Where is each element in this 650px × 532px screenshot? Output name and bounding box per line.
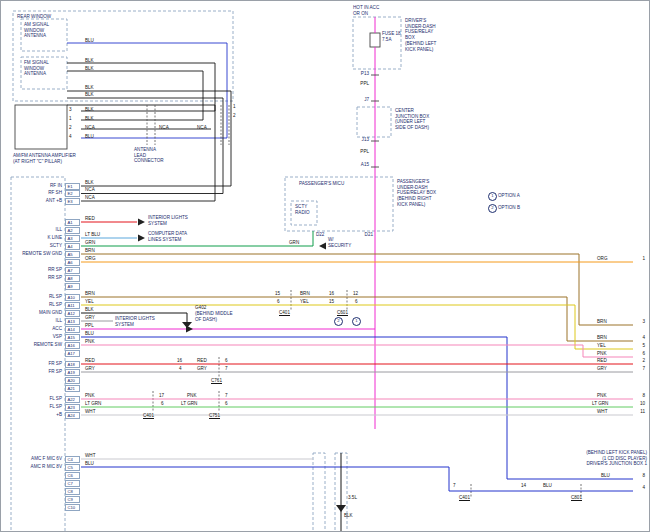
wiring-diagram: REAR WINDOW AM SIGNAL WINDOW ANTENNA FM … — [0, 0, 650, 532]
pin-a15-label: A15 — [353, 162, 369, 168]
conn-pin-number: 14 — [521, 483, 526, 489]
driver-junction-note: (BEHIND LEFT KICK PANEL) (1 CD DISC PLAY… — [517, 450, 647, 467]
pin-a19: A19 — [65, 369, 80, 376]
option-b-mark: 2 — [334, 317, 343, 326]
wire-color-label: BLU — [85, 331, 94, 337]
signal-acc: ACC — [1, 326, 62, 332]
conn-pin-number: 6 — [161, 401, 164, 407]
terminal-number: 8 — [631, 393, 645, 399]
wire-color-label: NCA — [85, 187, 95, 193]
option-b-label: OPTION B — [498, 205, 520, 211]
pin-a24: A24 — [65, 412, 80, 419]
wire-color-label: LT GRN — [592, 401, 608, 407]
interior-lights-system-label: INTERIOR LIGHTS SYSTEM — [115, 316, 155, 327]
pin-a16: A16 — [65, 342, 80, 349]
wire-color-label: YEL — [85, 299, 94, 305]
connector-c751-label: C751 — [209, 413, 220, 419]
wire-color-label: ORG — [85, 256, 95, 262]
signal-ant-b: ANT +B — [1, 198, 62, 204]
wire-color-label: BLU — [85, 38, 94, 44]
wire-color-label: PNK — [597, 393, 606, 399]
connector-c401-label: C401 — [143, 413, 154, 419]
pin-a11: A11 — [65, 302, 80, 309]
conn-pin-number: 7 — [225, 393, 228, 399]
terminal-number: 6 — [631, 351, 645, 357]
pin-a23: A23 — [65, 404, 80, 411]
w-security-label: W/ SECURITY — [328, 237, 351, 248]
fuse-label: FUSE 18 7.5A — [382, 31, 401, 42]
terminal-number: 1 — [631, 256, 645, 262]
signal-rr-sp: RR SP — [1, 275, 62, 281]
signal-fr-sp: FR SP — [1, 361, 62, 367]
wire-color-label: BRN — [597, 335, 607, 341]
wire-color-label: BLK — [85, 116, 94, 122]
wire-color-label: LT GRN — [181, 401, 197, 407]
wire-color-label: BRN — [597, 319, 607, 325]
pin-c10: C10 — [65, 504, 80, 511]
passenger-fusebox-label: PASSENGER'S UNDER-DASH FUSE/RELAY BOX (B… — [397, 179, 436, 208]
wire-color-label: PPL — [353, 149, 369, 155]
wire-color-label: NCA — [85, 195, 95, 201]
center-junction-box — [357, 107, 391, 137]
signal-k-line: K LINE — [1, 235, 62, 241]
wire-color-label: GRN — [85, 240, 95, 246]
wire-color-label: YEL — [300, 299, 309, 305]
pin-a8: A8 — [65, 275, 80, 282]
conn-pin-number: 15 — [275, 291, 280, 297]
signal-rl-sp: RL SP — [1, 302, 62, 308]
center-junction-label: CENTER JUNCTION BOX (UNDER LEFT SIDE OF … — [395, 108, 429, 131]
pin-e2: E2 — [65, 190, 80, 197]
wire-color-label: NCA — [159, 125, 169, 131]
wire-color-label: BLU — [85, 461, 94, 467]
wire-color-label: WHT — [85, 453, 95, 459]
wire-color-label: ORG — [597, 256, 607, 262]
pin-c9: C9 — [65, 496, 80, 503]
pin-a1: A1 — [65, 219, 80, 226]
pin-a3: A3 — [65, 235, 80, 242]
signal-vsp: VSP — [1, 334, 62, 340]
conn-pin-number: 4 — [179, 366, 182, 372]
wire-color-label: RED — [85, 358, 95, 364]
signal-amc-f-mic: AMC F MIC 6V — [1, 456, 62, 462]
pin-a9: A9 — [65, 283, 80, 290]
pin-j13-label: J13 — [353, 137, 369, 143]
arrow-right-icon — [138, 219, 145, 226]
amp-pin-number: 4 — [69, 134, 72, 140]
arrow-left-icon — [319, 243, 326, 250]
fuse-symbol — [370, 33, 380, 47]
wire-color-label: PNK — [597, 351, 606, 357]
interior-lights-system-label: INTERIOR LIGHTS SYSTEM — [148, 215, 188, 226]
wire-color-label: RED — [197, 358, 207, 364]
pin-a4: A4 — [65, 243, 80, 250]
pin-c7: C7 — [65, 480, 80, 487]
wire-color-label: LT GRN — [85, 401, 101, 407]
pin-d22-label: D22 — [316, 232, 324, 238]
driver-fusebox-label: DRIVER'S UNDER-DASH FUSE/RELAY BOX (BEHI… — [405, 18, 436, 52]
conn-pin-number: 16 — [177, 358, 182, 364]
signal-ill: ILL — [1, 318, 62, 324]
terminal-number: 2 — [631, 358, 645, 364]
terminal-number: 11 — [631, 409, 645, 415]
connector-c401-label: C401 — [459, 495, 470, 501]
ground-location-label: (BEHIND MIDDLE OF DASH) — [195, 311, 233, 322]
conn-pin-number: 15 — [329, 299, 334, 305]
pin-a21: A21 — [65, 385, 80, 392]
signal-amc-r-mic: AMC R MIC 8V — [1, 464, 62, 470]
arrow-right-icon — [138, 235, 145, 242]
wire-color-label: BLK — [85, 180, 94, 186]
option-a-mark: 1 — [352, 317, 361, 326]
signal-plus-b: +B — [1, 412, 62, 418]
pin-c4: C4 — [65, 456, 80, 463]
pin-a10: A10 — [65, 294, 80, 301]
pass-through-connector-1 — [313, 453, 325, 532]
conn-pin-number: 7 — [225, 366, 228, 372]
wire-color-label: BLK — [85, 107, 94, 113]
option-a-label: OPTION A — [498, 193, 520, 199]
wire-a5-brn — [81, 254, 633, 325]
option-b-mark: 2 — [488, 204, 497, 213]
conn-pin-number: 17 — [159, 393, 164, 399]
conn-pin-number: 16 — [329, 291, 334, 297]
wire-color-label: PPL — [353, 81, 369, 87]
wire-color-label: NCA — [85, 125, 95, 131]
pin-a18: A18 — [65, 361, 80, 368]
